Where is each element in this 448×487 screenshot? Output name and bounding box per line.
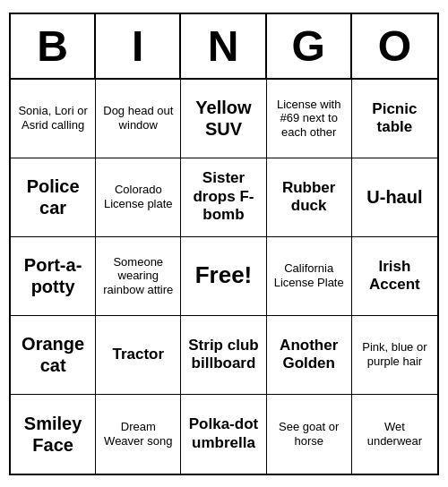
cell-text-16: Tractor: [112, 346, 164, 363]
cell-text-14: Irish Accent: [356, 258, 434, 295]
bingo-cell-19[interactable]: Pink, blue or purple hair: [352, 316, 437, 395]
bingo-cell-16[interactable]: Tractor: [96, 316, 181, 395]
bingo-cell-2[interactable]: Yellow SUV: [181, 80, 266, 158]
cell-text-24: Wet underwear: [356, 420, 434, 448]
cell-text-12: Free!: [195, 261, 253, 289]
cell-text-3: License with #69 next to each other: [271, 98, 348, 140]
bingo-cell-14[interactable]: Irish Accent: [352, 237, 437, 316]
bingo-cell-12[interactable]: Free!: [181, 237, 266, 316]
letter-g: G: [267, 14, 352, 78]
cell-text-18: Another Golden: [271, 337, 348, 373]
bingo-card: B I N G O Sonia, Lori or Asrid callingDo…: [9, 13, 439, 475]
cell-text-5: Police car: [14, 175, 91, 218]
cell-text-0: Sonia, Lori or Asrid calling: [14, 104, 91, 132]
cell-text-9: U-haul: [366, 186, 422, 208]
letter-o: O: [352, 14, 437, 78]
bingo-cell-3[interactable]: License with #69 next to each other: [267, 80, 352, 158]
bingo-cell-18[interactable]: Another Golden: [267, 316, 352, 395]
cell-text-21: Dream Weaver song: [99, 420, 177, 448]
bingo-cell-17[interactable]: Strip club billboard: [181, 316, 266, 395]
bingo-cell-15[interactable]: Orange cat: [11, 316, 96, 395]
bingo-cell-13[interactable]: California License Plate: [267, 237, 352, 316]
bingo-header: B I N G O: [11, 14, 437, 80]
cell-text-2: Yellow SUV: [185, 97, 262, 140]
bingo-cell-4[interactable]: Picnic table: [352, 80, 437, 158]
bingo-cell-23[interactable]: See goat or horse: [267, 395, 352, 474]
bingo-cell-20[interactable]: Smiley Face: [11, 395, 96, 474]
bingo-cell-8[interactable]: Rubber duck: [267, 158, 352, 237]
letter-n: N: [181, 14, 266, 78]
bingo-cell-1[interactable]: Dog head out window: [96, 80, 181, 158]
cell-text-23: See goat or horse: [271, 420, 348, 448]
cell-text-17: Strip club billboard: [185, 337, 262, 373]
bingo-cell-0[interactable]: Sonia, Lori or Asrid calling: [11, 80, 96, 158]
cell-text-7: Sister drops F-bomb: [185, 169, 262, 224]
cell-text-10: Port-a-potty: [14, 254, 91, 297]
bingo-cell-10[interactable]: Port-a-potty: [11, 237, 96, 316]
letter-b: B: [11, 14, 96, 78]
cell-text-22: Polka-dot umbrella: [185, 415, 262, 452]
cell-text-8: Rubber duck: [271, 179, 348, 216]
cell-text-11: Someone wearing rainbow attire: [99, 255, 177, 297]
cell-text-1: Dog head out window: [99, 104, 177, 132]
cell-text-6: Colorado License plate: [99, 183, 177, 210]
cell-text-4: Picnic table: [356, 100, 434, 137]
bingo-cell-11[interactable]: Someone wearing rainbow attire: [96, 237, 181, 316]
bingo-cell-7[interactable]: Sister drops F-bomb: [181, 158, 266, 237]
letter-i: I: [96, 14, 181, 78]
bingo-cell-22[interactable]: Polka-dot umbrella: [181, 395, 266, 474]
cell-text-15: Orange cat: [14, 333, 91, 376]
bingo-cell-9[interactable]: U-haul: [352, 158, 437, 237]
cell-text-19: Pink, blue or purple hair: [356, 340, 434, 368]
cell-text-20: Smiley Face: [14, 413, 91, 456]
bingo-grid: Sonia, Lori or Asrid callingDog head out…: [11, 80, 437, 474]
bingo-cell-6[interactable]: Colorado License plate: [96, 158, 181, 237]
bingo-cell-24[interactable]: Wet underwear: [352, 395, 437, 474]
bingo-cell-21[interactable]: Dream Weaver song: [96, 395, 181, 474]
bingo-cell-5[interactable]: Police car: [11, 158, 96, 237]
cell-text-13: California License Plate: [271, 261, 348, 289]
